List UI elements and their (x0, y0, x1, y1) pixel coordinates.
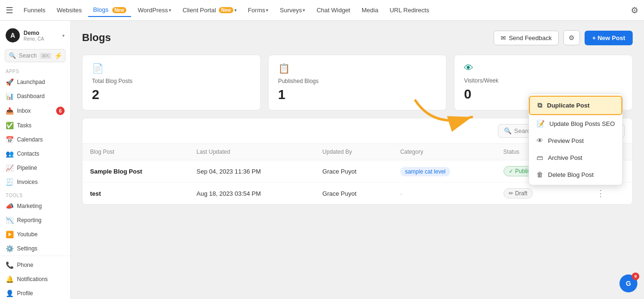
visitors-icon: 👁 (464, 63, 623, 74)
sidebar-item-settings[interactable]: ⚙️ Settings (0, 241, 70, 256)
category-2: - (393, 183, 496, 205)
row-actions-button-2[interactable]: ⋮ (594, 188, 608, 199)
profile-label: Profile (17, 290, 65, 297)
notifications-icon: 🔔 (6, 275, 13, 283)
nav-websites[interactable]: Websites (52, 4, 86, 17)
reporting-icon: 📉 (6, 216, 13, 224)
nav-surveys[interactable]: Surveys ▾ (275, 4, 310, 17)
client-portal-new-badge: New (219, 7, 233, 13)
nav-url-redirects[interactable]: URL Redirects (385, 4, 434, 17)
inbox-badge: 6 (56, 107, 65, 115)
blogs-new-badge: New (112, 7, 127, 13)
sidebar-bottom: 📞 Phone 🔔 Notifications 👤 Profile (0, 256, 70, 299)
nav-blogs[interactable]: Blogs New (88, 3, 131, 17)
invoices-label: Invoices (17, 179, 65, 185)
context-menu-archive-post[interactable]: 🗃 Archive Post (529, 149, 622, 166)
last-updated-1: Sep 04, 2023 11:36 PM (189, 160, 315, 183)
context-menu-preview-post[interactable]: 👁 Preview Post (529, 132, 622, 149)
total-posts-label: Total Blog Posts (92, 78, 251, 84)
nav-media[interactable]: Media (357, 4, 383, 17)
forms-arrow-icon: ▾ (266, 8, 268, 13)
contacts-icon: 👥 (6, 150, 13, 158)
send-feedback-button[interactable]: ✉ Send Feedback (494, 31, 559, 45)
post-name-1[interactable]: Sample Blog Post (83, 160, 189, 183)
sidebar-item-launchpad[interactable]: 🚀 Launchpad (0, 75, 70, 89)
contacts-label: Contacts (17, 150, 65, 157)
col-blog-post: Blog Post (83, 144, 189, 160)
phone-label: Phone (17, 262, 65, 268)
float-chat-button[interactable]: G 9 (619, 274, 637, 292)
sidebar-item-tasks[interactable]: ✅ Tasks (0, 118, 70, 133)
tasks-label: Tasks (17, 122, 65, 129)
context-menu-duplicate-post[interactable]: ⧉ Duplicate Post (529, 96, 622, 115)
nav-client-portal[interactable]: Client Portal New ▾ (178, 4, 241, 17)
invoices-icon: 🧾 (6, 178, 13, 186)
page-title: Blogs (82, 32, 111, 44)
inbox-icon: 📥 (6, 107, 13, 115)
new-post-button[interactable]: + New Post (585, 31, 633, 45)
calendars-label: Calendars (17, 136, 65, 143)
context-menu-update-seo[interactable]: 📝 Update Blog Posts SEO (529, 115, 622, 132)
wordpress-arrow-icon: ▾ (169, 8, 171, 13)
avatar: A (6, 28, 20, 42)
sidebar-item-dashboard[interactable]: 📊 Dashboard (0, 89, 70, 103)
updated-by-1: Grace Puyot (315, 160, 393, 183)
dashboard-icon: 📊 (6, 92, 13, 100)
sidebar-item-pipeline[interactable]: 📈 Pipeline (0, 161, 70, 175)
post-name-2[interactable]: test (83, 183, 189, 205)
col-last-updated: Last Updated (189, 144, 315, 160)
surveys-arrow-icon: ▾ (303, 8, 305, 13)
published-blogs-icon: 📋 (278, 63, 437, 74)
search-blogs-icon: 🔍 (504, 127, 512, 134)
visitors-label: Visitors/Week (464, 77, 623, 84)
profile-icon: 👤 (6, 290, 13, 297)
calendars-icon: 📅 (6, 136, 13, 143)
hamburger-menu[interactable]: ☰ (6, 5, 13, 16)
marketing-icon: 📣 (6, 202, 13, 210)
context-menu-delete-post[interactable]: 🗑 Delete Blog Post (529, 166, 622, 183)
published-blogs-label: Published Blogs (278, 78, 437, 84)
sidebar-item-invoices[interactable]: 🧾 Invoices (0, 175, 70, 189)
sidebar-search[interactable]: 🔍 Search ⌘K ⚡ (5, 49, 66, 62)
published-blogs-value: 1 (278, 87, 437, 102)
category-badge: sample cat level (400, 167, 450, 176)
category-1: sample cat level (393, 160, 496, 183)
updated-by-2: Grace Puyot (315, 183, 393, 205)
stat-card-total-posts: 📄 Total Blog Posts 2 (82, 55, 261, 110)
sidebar-item-profile[interactable]: 👤 Profile (0, 286, 70, 299)
context-menu: ⧉ Duplicate Post 📝 Update Blog Posts SEO… (528, 93, 623, 185)
pipeline-icon: 📈 (6, 164, 13, 172)
nav-gear-icon[interactable]: ⚙ (631, 5, 638, 16)
user-name: Demo (24, 30, 58, 36)
nav-forms[interactable]: Forms ▾ (243, 4, 273, 17)
sidebar-user[interactable]: A Demo Reno, CA ▾ (0, 25, 70, 46)
sidebar-item-phone[interactable]: 📞 Phone (0, 258, 70, 272)
stat-card-published-blogs: 📋 Published Blogs 1 (268, 55, 447, 110)
inbox-label: Inbox (17, 108, 52, 114)
sidebar-item-youtube[interactable]: ▶️ Youtube (0, 227, 70, 241)
last-updated-2: Aug 18, 2023 03:54 PM (189, 183, 315, 205)
nav-funnels[interactable]: Funnels (19, 4, 50, 17)
sidebar-item-inbox[interactable]: 📥 Inbox 6 (0, 103, 70, 118)
table-row: test Aug 18, 2023 03:54 PM Grace Puyot -… (83, 183, 632, 205)
sidebar-item-contacts[interactable]: 👥 Contacts (0, 147, 70, 161)
settings-gear-button[interactable]: ⚙ (563, 30, 580, 45)
main-content: Blogs ✉ Send Feedback ⚙ + New Post 📄 Tot… (71, 21, 644, 299)
actions-2: ⋮ (586, 183, 632, 205)
total-posts-value: 2 (92, 87, 251, 102)
youtube-icon: ▶️ (6, 231, 13, 238)
nav-chat-widget[interactable]: Chat Widget (312, 4, 355, 17)
pipeline-label: Pipeline (17, 165, 65, 171)
user-dropdown-arrow-icon: ▾ (62, 33, 65, 38)
sidebar-item-calendars[interactable]: 📅 Calendars (0, 133, 70, 147)
duplicate-icon: ⧉ (537, 101, 542, 109)
sidebar-item-notifications[interactable]: 🔔 Notifications (0, 272, 70, 286)
nav-wordpress[interactable]: WordPress ▾ (133, 4, 176, 17)
sidebar-item-marketing[interactable]: 📣 Marketing (0, 199, 70, 213)
search-icon: 🔍 (9, 52, 16, 59)
dashboard-label: Dashboard (17, 93, 65, 100)
sidebar-item-reporting[interactable]: 📉 Reporting (0, 213, 70, 227)
launchpad-label: Launchpad (17, 79, 65, 85)
settings-label: Settings (17, 245, 65, 252)
col-category: Category (393, 144, 496, 160)
